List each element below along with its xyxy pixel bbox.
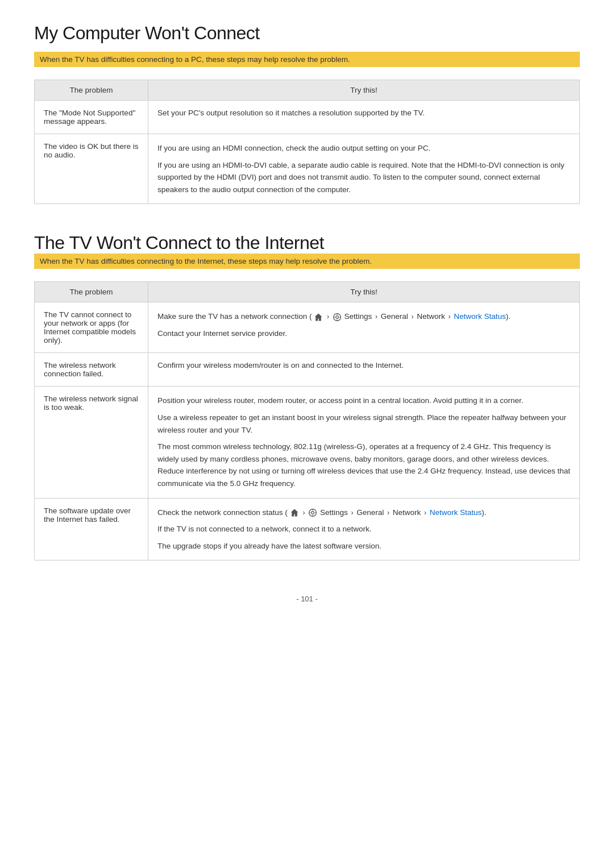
section2-table: The problem Try this! The TV cannot conn… [34, 281, 580, 560]
network-status-link[interactable]: Network Status [430, 508, 482, 517]
chevron-icon: › [327, 313, 329, 321]
solution-cell: Confirm your wireless modem/router is on… [148, 353, 580, 387]
section1-subtitle: When the TV has difficulties connecting … [34, 52, 580, 67]
chevron-icon: › [412, 313, 414, 321]
chevron-icon: › [375, 313, 377, 321]
table-row: The TV cannot connect to your network or… [35, 302, 580, 353]
chevron-icon: › [387, 509, 389, 517]
page-number: - 101 - [34, 595, 580, 603]
section2-col1-header: The problem [35, 282, 148, 302]
settings-icon [308, 508, 320, 517]
settings-icon [333, 312, 345, 321]
chevron-icon: › [449, 313, 451, 321]
section1-title: My Computer Won't Connect [34, 23, 580, 44]
section1-table: The problem Try this! The "Mode Not Supp… [34, 80, 580, 204]
solution-paragraph: If the TV is not connected to a network,… [157, 523, 570, 535]
solution-paragraph: If you are using an HDMI-to-DVI cable, a… [157, 159, 570, 196]
table-row: The video is OK but there is no audio. I… [35, 134, 580, 204]
section1-col1-header: The problem [35, 80, 148, 101]
problem-cell: The software update over the Internet ha… [35, 498, 148, 560]
chevron-icon: › [351, 509, 353, 517]
solution-paragraph: Contact your Internet service provider. [157, 327, 570, 340]
solution-paragraph: The most common wireless technology, 802… [157, 441, 570, 489]
solution-paragraph: Position your wireless router, modem rou… [157, 394, 570, 407]
table-row: The wireless network connection failed. … [35, 353, 580, 387]
solution-cell: If you are using an HDMI connection, che… [148, 134, 580, 204]
svg-point-7 [312, 512, 314, 514]
solution-cell: Set your PC's output resolution so it ma… [148, 101, 580, 134]
home-icon [312, 312, 326, 321]
section2-col2-header: Try this! [148, 282, 580, 302]
problem-cell: The TV cannot connect to your network or… [35, 302, 148, 353]
solution-paragraph: Check the network connection status ( › [157, 506, 570, 519]
chevron-icon: › [302, 509, 305, 517]
solution-cell: Check the network connection status ( › [148, 498, 580, 560]
home-icon [288, 508, 302, 517]
network-status-link[interactable]: Network Status [454, 312, 506, 321]
section2-subtitle: When the TV has difficulties connecting … [34, 254, 580, 269]
solution-paragraph: Use a wireless repeater to get an instan… [157, 412, 570, 436]
solution-cell: Position your wireless router, modem rou… [148, 387, 580, 498]
table-row: The software update over the Internet ha… [35, 498, 580, 560]
table-row: The "Mode Not Supported" message appears… [35, 101, 580, 134]
solution-paragraph: If you are using an HDMI connection, che… [157, 142, 570, 155]
solution-cell: Make sure the TV has a network connectio… [148, 302, 580, 353]
problem-cell: The wireless network connection failed. [35, 353, 148, 387]
table-row: The wireless network signal is too weak.… [35, 387, 580, 498]
section1-col2-header: Try this! [148, 80, 580, 101]
svg-point-1 [335, 315, 338, 318]
problem-cell: The video is OK but there is no audio. [35, 134, 148, 204]
solution-paragraph: The upgrade stops if you already have th… [157, 540, 570, 553]
section2-title: The TV Won't Connect to the Internet [34, 232, 580, 254]
solution-paragraph: Make sure the TV has a network connectio… [157, 310, 570, 323]
problem-cell: The "Mode Not Supported" message appears… [35, 101, 148, 134]
chevron-icon: › [424, 509, 426, 517]
problem-cell: The wireless network signal is too weak. [35, 387, 148, 498]
